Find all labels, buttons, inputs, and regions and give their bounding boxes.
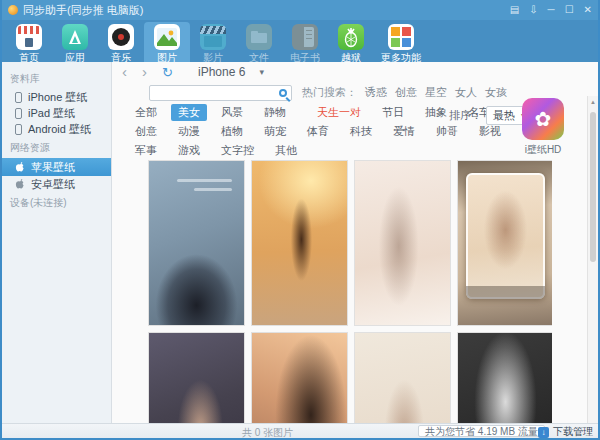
- wallpaper-thumbnail[interactable]: [251, 160, 348, 326]
- ebook-icon: [292, 24, 318, 50]
- apple-icon: [15, 161, 25, 173]
- category-guys[interactable]: 帅哥: [429, 123, 465, 140]
- category-row: 军事 游戏 文字控 其他: [128, 142, 458, 159]
- category-row: 创意 动漫 植物 萌宠 体育 科技 爱情 帅哥 影视: [128, 123, 458, 140]
- search-box: [149, 85, 292, 101]
- wallpaper-thumbnail[interactable]: [148, 160, 245, 326]
- hover-preview-watermark-wrap: [466, 173, 545, 299]
- search-icon[interactable]: [279, 89, 287, 97]
- sidebar-item-apple-wallpaper[interactable]: 苹果壁纸: [2, 158, 111, 176]
- download-manager-button[interactable]: ↓ 下载管理: [538, 425, 593, 439]
- browser-toolbar: ‹ › ↻ iPhone 6 ▾: [112, 62, 598, 82]
- wallpaper-thumbnail[interactable]: [251, 332, 348, 423]
- category-love[interactable]: 爱情: [386, 123, 422, 140]
- sidebar-item-android-wallpaper[interactable]: 安卓壁纸: [2, 176, 111, 192]
- chevron-down-icon: ▾: [259, 67, 264, 77]
- tray-icon[interactable]: ⇩: [529, 0, 537, 20]
- photo-text-overlay: [194, 188, 232, 191]
- category-all[interactable]: 全部: [128, 104, 164, 121]
- sidebar-item-android-wallpaper-lib[interactable]: Android 壁纸: [2, 121, 111, 137]
- hot-search: 热门搜索：诱惑创意星空女人女孩: [302, 85, 507, 100]
- hot-search-label: 热门搜索：: [302, 86, 357, 98]
- sidebar-item-label: 苹果壁纸: [31, 160, 75, 175]
- wallpaper-thumbnail-hovered[interactable]: [457, 160, 552, 326]
- sidebar-item-label: iPhone 壁纸: [28, 90, 87, 105]
- promo-app[interactable]: ✿ i壁纸HD: [520, 98, 566, 157]
- tab-apps[interactable]: 应用: [52, 22, 98, 66]
- download-icon: ↓: [538, 427, 549, 438]
- home-icon: [16, 24, 42, 50]
- scrollbar-thumb[interactable]: [590, 112, 596, 262]
- category-military[interactable]: 军事: [128, 142, 164, 159]
- grid-row: [148, 160, 552, 326]
- tab-jailbreak[interactable]: 越狱: [328, 22, 374, 66]
- wallpaper-thumbnail[interactable]: [457, 332, 552, 423]
- titlebar: 同步助手(同步推 电脑版) ▤ ⇩ ─ ☐ ✕: [2, 0, 598, 20]
- device-dropdown[interactable]: iPhone 6 ▾: [198, 65, 264, 79]
- more-features-icon: [388, 24, 414, 50]
- sidebar-section-library: 资料库: [2, 68, 111, 89]
- minimize-button[interactable]: ─: [548, 0, 555, 20]
- category-festival[interactable]: 节日: [375, 104, 411, 121]
- hot-search-term[interactable]: 星空: [425, 86, 447, 98]
- photo-text-overlay: [177, 179, 232, 182]
- device-dropdown-value: iPhone 6: [198, 65, 245, 79]
- main-panel: ‹ › ↻ iPhone 6 ▾ 热门搜索：诱惑创意星空女人女孩: [112, 62, 598, 423]
- category-scenery[interactable]: 风景: [214, 104, 250, 121]
- refresh-button[interactable]: ↻: [162, 65, 186, 80]
- category-still-life[interactable]: 静物: [257, 104, 293, 121]
- category-other[interactable]: 其他: [268, 142, 304, 159]
- sidebar-item-ipad-wallpaper[interactable]: iPad 壁纸: [2, 105, 111, 121]
- sidebar-item-iphone-wallpaper[interactable]: iPhone 壁纸: [2, 89, 111, 105]
- maximize-button[interactable]: ☐: [565, 0, 574, 20]
- tab-video[interactable]: 影片: [190, 22, 236, 66]
- scroll-up-icon[interactable]: ▲: [588, 96, 598, 105]
- hot-search-term[interactable]: 创意: [395, 86, 417, 98]
- tab-files[interactable]: 文件: [236, 22, 282, 66]
- sidebar-section-device: 设备(未连接): [2, 192, 111, 213]
- files-icon: [246, 24, 272, 50]
- promo-app-name: i壁纸HD: [520, 143, 566, 157]
- hot-search-term[interactable]: 女人: [455, 86, 477, 98]
- category-tech[interactable]: 科技: [343, 123, 379, 140]
- category-pets[interactable]: 萌宠: [257, 123, 293, 140]
- category-perfect-pair[interactable]: 天生一对: [310, 104, 368, 121]
- tab-pictures[interactable]: 图片: [144, 22, 190, 66]
- close-button[interactable]: ✕: [584, 0, 592, 20]
- category-sports[interactable]: 体育: [300, 123, 336, 140]
- back-button[interactable]: ‹: [122, 63, 142, 81]
- category-anime[interactable]: 动漫: [171, 123, 207, 140]
- jailbreak-icon: [338, 24, 364, 50]
- skin-icon[interactable]: ▤: [510, 0, 519, 20]
- statusbar: 共 0 张图片 共为您节省 4.19 MB 流量 ↓ 下载管理: [2, 423, 598, 438]
- category-plants[interactable]: 植物: [214, 123, 250, 140]
- sidebar-section-network: 网络资源: [2, 137, 111, 158]
- wallpaper-thumbnail[interactable]: [148, 332, 245, 423]
- forward-button[interactable]: ›: [142, 63, 162, 81]
- iwallpaper-hd-icon: ✿: [522, 98, 564, 140]
- wallpaper-thumbnail[interactable]: [354, 160, 451, 326]
- scrollbar[interactable]: ▲: [587, 96, 598, 423]
- content-area: 资料库 iPhone 壁纸 iPad 壁纸 Android 壁纸 网络资源 苹果…: [2, 62, 598, 423]
- wallpaper-thumbnail[interactable]: [354, 332, 451, 423]
- app-logo-icon: [8, 5, 18, 15]
- hot-search-term[interactable]: 女孩: [485, 86, 507, 98]
- category-typography[interactable]: 文字控: [214, 142, 261, 159]
- window-title: 同步助手(同步推 电脑版): [23, 3, 143, 18]
- tab-home[interactable]: 首页: [6, 22, 52, 66]
- tab-ebook[interactable]: 电子书: [282, 22, 328, 66]
- category-beauty[interactable]: 美女: [171, 104, 207, 121]
- tab-music[interactable]: 音乐: [98, 22, 144, 66]
- flower-icon: ✿: [535, 109, 552, 129]
- search-input[interactable]: [150, 86, 291, 100]
- tab-more[interactable]: 更多功能: [374, 22, 428, 66]
- pictures-icon: [154, 24, 180, 50]
- sidebar-item-label: iPad 壁纸: [28, 106, 75, 121]
- category-row: 全部 美女 风景 静物 天生一对 节日 抽象 名车 潮流: [128, 104, 458, 121]
- wallpaper-grid: [148, 160, 552, 423]
- category-games[interactable]: 游戏: [171, 142, 207, 159]
- category-movies[interactable]: 影视: [472, 123, 508, 140]
- category-creative[interactable]: 创意: [128, 123, 164, 140]
- sort-label: 排序：: [449, 108, 482, 123]
- hot-search-term[interactable]: 诱惑: [365, 86, 387, 98]
